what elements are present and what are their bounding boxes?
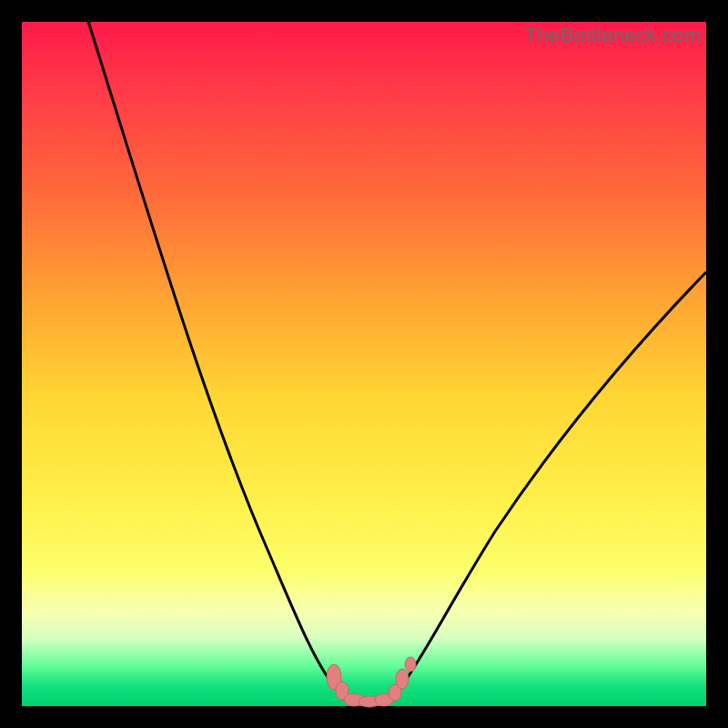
chart-plot: [22, 22, 706, 706]
watermark-text: TheBottleneck.com: [525, 24, 701, 47]
bottom-bump: [327, 657, 416, 707]
left-curve: [86, 13, 334, 686]
svg-point-6: [396, 669, 409, 689]
right-curve: [401, 272, 706, 686]
chart-frame: TheBottleneck.com: [22, 22, 706, 706]
svg-point-7: [405, 657, 416, 672]
